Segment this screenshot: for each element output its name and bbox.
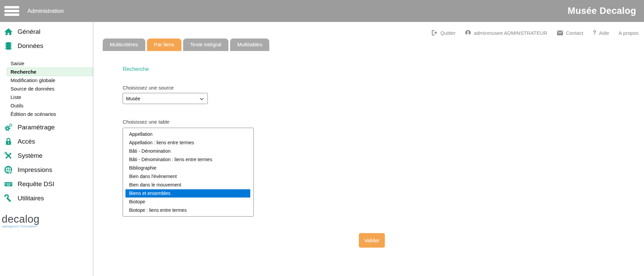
table-label: Choisissez une table bbox=[123, 119, 644, 125]
logout-icon bbox=[431, 30, 438, 36]
sidebar-item-label: Utilitaires bbox=[18, 195, 44, 202]
sidebar: Général Données Saisie Recherche Modific… bbox=[0, 22, 93, 276]
sidebar-item-parametrage[interactable]: Paramétrage bbox=[0, 122, 93, 132]
decalog-logo-text: decalog bbox=[2, 214, 93, 224]
submenu-item-liste[interactable]: Liste bbox=[7, 93, 93, 101]
topbar: Administration Musée Decalog bbox=[0, 0, 644, 22]
help-icon: ? bbox=[593, 29, 596, 36]
listbox-option[interactable]: Bien dans le mouvement bbox=[125, 181, 250, 189]
gears-icon bbox=[4, 123, 13, 132]
aide-link[interactable]: ? Aide bbox=[593, 29, 609, 36]
search-tabs: Multicritères Par liens Texte intégral M… bbox=[103, 39, 644, 51]
submenu-item-source-de-donnees[interactable]: Source de données bbox=[7, 84, 93, 93]
source-label: Choisissez une source bbox=[123, 85, 644, 91]
user-links-row: Quitter adminmusee ADMINSTRATEUR bbox=[93, 22, 644, 38]
sidebar-item-label: Requête DSI bbox=[18, 180, 54, 188]
sidebar-item-label: Données bbox=[18, 42, 43, 50]
table-listbox[interactable]: Appellation Appellation : liens entre te… bbox=[123, 128, 254, 217]
tab-multicriteres[interactable]: Multicritères bbox=[103, 39, 145, 51]
submenu-item-modification-globale[interactable]: Modification globale bbox=[7, 76, 93, 84]
quitter-link[interactable]: Quitter bbox=[431, 30, 455, 36]
listbox-option[interactable]: Bibliographie bbox=[125, 164, 250, 172]
search-form: Recherche Choisissez une source Musée Ch… bbox=[123, 66, 644, 248]
listbox-option[interactable]: Bâti - Dénomination bbox=[125, 147, 250, 155]
chevron-down-icon bbox=[200, 96, 204, 101]
decalog-logo: decalog partageons l'innovation bbox=[2, 214, 93, 228]
sidebar-item-impressions[interactable]: Impressions bbox=[0, 165, 93, 175]
submenu-item-saisie[interactable]: Saisie bbox=[7, 59, 93, 68]
sidebar-item-utilitaires[interactable]: Utilitaires bbox=[0, 193, 93, 203]
sidebar-item-systeme[interactable]: Système bbox=[0, 151, 93, 161]
listbox-option[interactable]: Appellation : liens entre termes bbox=[125, 139, 250, 147]
listbox-option[interactable]: Appellation bbox=[125, 130, 250, 139]
sidebar-item-requete-dsi[interactable]: Requête DSI bbox=[0, 179, 93, 189]
source-select-value: Musée bbox=[126, 96, 140, 101]
source-select[interactable]: Musée bbox=[123, 93, 208, 104]
tab-texte-integral[interactable]: Texte intégral bbox=[183, 39, 228, 51]
user-account-link[interactable]: adminmusee ADMINSTRATEUR bbox=[465, 30, 547, 36]
listbox-option-selected[interactable]: Biens et ensembles bbox=[125, 189, 250, 198]
sidebar-item-acces[interactable]: Accès bbox=[0, 136, 93, 147]
submit-row: Valider bbox=[123, 233, 644, 248]
database-icon bbox=[4, 42, 13, 50]
tab-par-liens[interactable]: Par liens bbox=[147, 39, 181, 51]
brand-title: Musée Decalog bbox=[568, 6, 636, 16]
lock-icon bbox=[4, 137, 13, 146]
listbox-option[interactable]: Bâti - Dénomination : liens entre termes bbox=[125, 155, 250, 164]
sidebar-item-label: Impressions bbox=[18, 166, 52, 174]
hamburger-menu-icon[interactable] bbox=[4, 6, 19, 16]
home-icon bbox=[4, 27, 13, 36]
listbox-option[interactable]: Biotope : liens entre termes bbox=[125, 206, 250, 215]
contact-link[interactable]: Contact bbox=[557, 30, 584, 36]
valider-button[interactable]: Valider bbox=[359, 233, 385, 248]
sidebar-item-label: Accès bbox=[18, 138, 35, 145]
sidebar-item-general[interactable]: Général bbox=[0, 27, 93, 37]
page-title: Recherche bbox=[123, 66, 644, 72]
donnees-submenu: Saisie Recherche Modification globale So… bbox=[0, 59, 93, 118]
sidebar-item-label: Général bbox=[18, 28, 41, 35]
sidebar-item-donnees[interactable]: Données bbox=[0, 41, 93, 51]
sidebar-item-label: Paramétrage bbox=[18, 124, 55, 131]
submenu-item-edition-de-scenarios[interactable]: Édition de scénarios bbox=[7, 110, 93, 118]
submenu-item-outils[interactable]: Outils bbox=[7, 101, 93, 110]
topbar-title: Administration bbox=[27, 8, 64, 15]
listbox-option[interactable]: Biotope bbox=[125, 198, 250, 206]
admin-page: Administration Musée Decalog Général Don… bbox=[0, 0, 644, 276]
sidebar-item-label: Système bbox=[18, 152, 43, 159]
decalog-logo-tagline: partageons l'innovation bbox=[2, 224, 93, 228]
mail-icon bbox=[557, 30, 563, 35]
tab-multitables[interactable]: Multitables bbox=[230, 39, 269, 51]
a-propos-link[interactable]: A propos bbox=[619, 30, 639, 36]
wrench-icon bbox=[4, 194, 13, 203]
keyboard-icon bbox=[4, 180, 13, 189]
listbox-option[interactable]: Bien dans l'évènement bbox=[125, 172, 250, 181]
globe-icon bbox=[4, 166, 13, 174]
main-area: Quitter adminmusee ADMINSTRATEUR bbox=[93, 22, 644, 276]
tools-icon bbox=[4, 151, 13, 160]
user-icon bbox=[465, 30, 471, 36]
submenu-item-recherche[interactable]: Recherche bbox=[7, 68, 93, 76]
